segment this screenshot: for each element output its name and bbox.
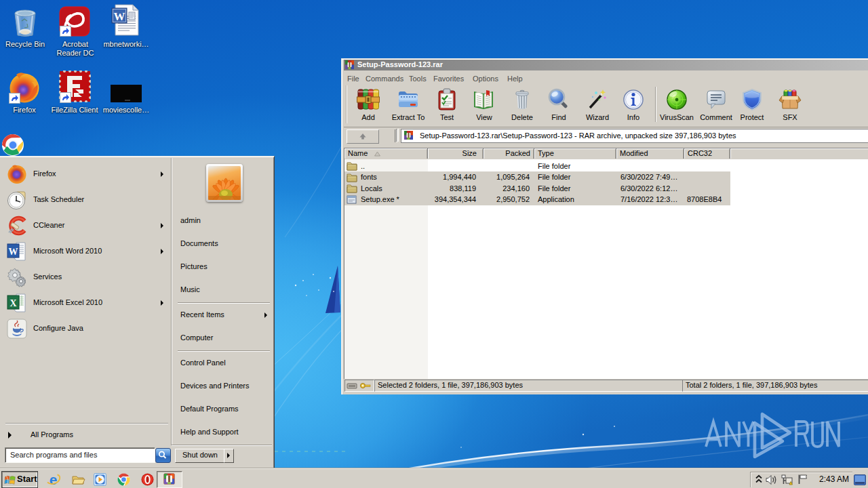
svg-text:W: W xyxy=(9,247,18,257)
svg-text:e: e xyxy=(50,473,58,487)
svg-text:W: W xyxy=(114,10,125,23)
svg-text:X: X xyxy=(9,298,16,308)
